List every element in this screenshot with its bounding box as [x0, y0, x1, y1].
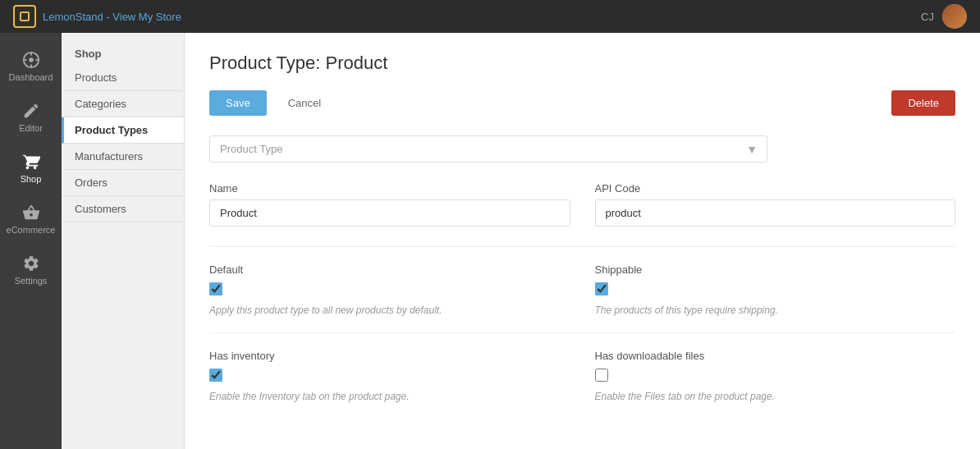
- name-apicode-row: Name API Code: [209, 182, 955, 227]
- sidebar-link-product-types[interactable]: Product Types: [62, 117, 184, 144]
- inventory-downloadable-hints: Enable the Inventory tab on the product …: [209, 391, 955, 402]
- save-button[interactable]: Save: [209, 90, 267, 116]
- api-code-label: API Code: [595, 182, 956, 195]
- shop-label: Shop: [21, 174, 42, 184]
- store-link[interactable]: View My Store: [112, 11, 181, 23]
- sidebar-item-settings[interactable]: Settings: [0, 245, 62, 296]
- avatar-image: [942, 4, 967, 29]
- settings-label: Settings: [15, 276, 48, 286]
- avatar[interactable]: [942, 4, 967, 29]
- default-label: Default: [209, 263, 570, 276]
- shippable-group: Shippable: [595, 263, 956, 298]
- product-type-select[interactable]: Product Type: [209, 135, 767, 163]
- shippable-label: Shippable: [595, 263, 956, 276]
- dashboard-icon: [22, 51, 40, 69]
- topbar: LemonStand - View My Store CJ: [0, 0, 980, 33]
- page-title: Product Type: Product: [209, 53, 955, 74]
- sidebar-item-editor[interactable]: Editor: [0, 92, 62, 143]
- content-area: Product Type: Product Save Cancel Delete…: [185, 33, 980, 449]
- name-group: Name: [209, 182, 570, 227]
- has-downloadable-checkbox[interactable]: [595, 369, 608, 382]
- inventory-downloadable-labels-row: Has inventory Has downloadable files: [209, 350, 955, 384]
- sidebar-item-dashboard[interactable]: Dashboard: [0, 41, 62, 92]
- sidebar-link-categories[interactable]: Categories: [62, 91, 184, 117]
- brand-name: LemonStand: [43, 11, 103, 23]
- cancel-button[interactable]: Cancel: [275, 90, 334, 116]
- divider-2: [209, 332, 955, 333]
- has-downloadable-group: Has downloadable files: [595, 350, 956, 384]
- editor-label: Editor: [19, 123, 43, 133]
- inventory-downloadable-section: Has inventory Has downloadable files Ena…: [209, 350, 955, 402]
- settings-icon: [22, 254, 40, 273]
- default-checkbox[interactable]: [209, 282, 222, 296]
- product-type-dropdown-wrapper: Product Type ▼: [209, 135, 767, 163]
- default-shippable-hints: Apply this product type to all new produ…: [209, 305, 955, 316]
- icon-sidebar: Dashboard Editor Shop eCommerce Settings: [0, 33, 62, 449]
- delete-button[interactable]: Delete: [891, 90, 955, 116]
- product-type-dropdown-row: Product Type ▼: [209, 135, 955, 163]
- has-inventory-group: Has inventory: [209, 350, 570, 384]
- shop-icon: [22, 153, 40, 171]
- sidebar-section-title: Shop: [62, 41, 184, 65]
- sidebar-item-ecommerce[interactable]: eCommerce: [0, 194, 62, 245]
- has-downloadable-label: Has downloadable files: [595, 350, 956, 362]
- topbar-right: CJ: [921, 4, 967, 29]
- default-group: Default: [209, 263, 570, 298]
- has-inventory-label: Has inventory: [209, 350, 570, 362]
- shippable-checkbox[interactable]: [595, 282, 608, 296]
- user-initials: CJ: [921, 11, 934, 23]
- default-shippable-labels-row: Default Shippable: [209, 263, 955, 298]
- topbar-left: LemonStand - View My Store: [13, 5, 181, 28]
- default-shippable-section: Default Shippable Apply this product typ…: [209, 263, 955, 316]
- api-code-group: API Code: [595, 182, 956, 227]
- link-sidebar: Shop Products Categories Product Types M…: [62, 33, 185, 449]
- ecommerce-label: eCommerce: [7, 225, 56, 235]
- editor-icon: [22, 102, 40, 120]
- shippable-hint: The products of this type require shippi…: [595, 305, 956, 316]
- api-code-input[interactable]: [595, 199, 956, 227]
- logo-icon: [13, 5, 36, 28]
- svg-point-1: [29, 57, 34, 62]
- divider-1: [209, 246, 955, 247]
- sidebar-item-shop[interactable]: Shop: [0, 143, 62, 194]
- topbar-title: LemonStand - View My Store: [43, 11, 181, 23]
- sidebar-link-orders[interactable]: Orders: [62, 170, 184, 196]
- logo-inner: [20, 11, 30, 21]
- sidebar-link-products[interactable]: Products: [62, 65, 184, 91]
- has-downloadable-hint: Enable the Files tab on the product page…: [595, 391, 956, 402]
- name-label: Name: [209, 182, 570, 195]
- default-hint: Apply this product type to all new produ…: [209, 305, 570, 316]
- sidebar-link-manufacturers[interactable]: Manufacturers: [62, 144, 184, 170]
- has-inventory-hint: Enable the Inventory tab on the product …: [209, 391, 570, 402]
- main-layout: Dashboard Editor Shop eCommerce Settings: [0, 33, 980, 449]
- has-inventory-checkbox[interactable]: [209, 369, 222, 382]
- toolbar: Save Cancel Delete: [209, 90, 955, 116]
- dashboard-label: Dashboard: [9, 72, 53, 82]
- sidebar-link-customers[interactable]: Customers: [62, 196, 184, 222]
- ecommerce-icon: [22, 204, 40, 222]
- name-input[interactable]: [209, 199, 570, 227]
